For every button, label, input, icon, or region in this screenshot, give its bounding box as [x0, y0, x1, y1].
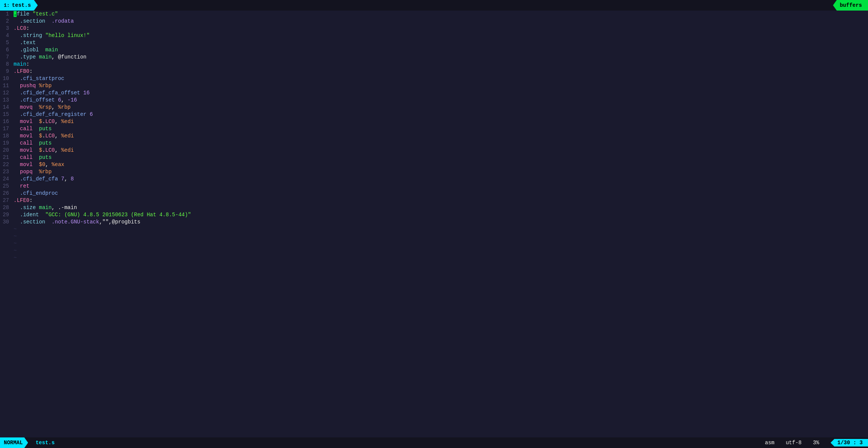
table-row: 14 movq %rsp, %rbp: [0, 104, 868, 111]
tilde-line: ~: [0, 233, 868, 240]
percent-label: 3%: [813, 440, 819, 446]
table-row: 28 .size main, .-main: [0, 204, 868, 211]
active-tab[interactable]: 1: test.s: [0, 0, 38, 11]
code-editor: 1 .file "test.c" 2 .section .rodata 3 .L…: [0, 11, 868, 437]
table-row: 20 movl $.LC0, %edi: [0, 147, 868, 154]
table-row: 15 .cfi_def_cfa_register 6: [0, 111, 868, 118]
table-row: 21 call puts: [0, 154, 868, 161]
mode-label: NORMAL: [4, 440, 23, 446]
table-row: 12 .cfi_def_cfa_offset 16: [0, 89, 868, 97]
table-row: 16 movl $.LC0, %edi: [0, 118, 868, 125]
table-row: 25 ret: [0, 183, 868, 190]
table-row: 27 .LFE0:: [0, 197, 868, 204]
table-row: 3 .LC0:: [0, 25, 868, 32]
table-row: 5 .text: [0, 39, 868, 46]
table-row: 19 call puts: [0, 140, 868, 147]
table-row: 10 .cfi_startproc: [0, 75, 868, 82]
status-right: asm utf-8 3% 1/30 : 3: [765, 439, 868, 446]
table-row: 29 .ident "GCC: (GNU) 4.8.5 20150623 (Re…: [0, 211, 868, 219]
filetype-label: asm: [765, 440, 774, 446]
table-row: 23 popq %rbp: [0, 168, 868, 176]
table-row: 8 main:: [0, 61, 868, 68]
encoding-label: utf-8: [786, 440, 802, 446]
table-row: 4 .string "hello linux!": [0, 32, 868, 39]
tab-bar: 1: test.s buffers: [0, 0, 868, 11]
table-row: 24 .cfi_def_cfa 7, 8: [0, 176, 868, 183]
table-row: 22 movl $0, %eax: [0, 161, 868, 168]
table-row: 6 .globl main: [0, 46, 868, 54]
table-row: 2 .section .rodata: [0, 18, 868, 25]
table-row: 17 call puts: [0, 125, 868, 132]
tab-line-num: 1:: [4, 3, 10, 8]
status-bar: NORMAL test.s asm utf-8 3% 1/30 : 3: [0, 437, 868, 448]
table-row: 18 movl $.LC0, %edi: [0, 132, 868, 140]
table-row: 26 .cfi_endproc: [0, 190, 868, 197]
position-badge: 1/30 : 3: [831, 439, 868, 446]
tab-filename: test.s: [12, 2, 31, 8]
tilde-line: ~: [0, 247, 868, 254]
table-row: 13 .cfi_offset 6, -16: [0, 97, 868, 104]
table-row: 30 .section .note.GNU-stack,"",@progbits: [0, 219, 868, 226]
position-label: 1/30 : 3: [837, 440, 863, 446]
table-row: 1 .file "test.c": [0, 11, 868, 18]
tilde-line: ~: [0, 226, 868, 233]
buffers-button[interactable]: buffers: [833, 0, 868, 11]
table-row: 7 .type main, @function: [0, 54, 868, 61]
tilde-line: ~: [0, 240, 868, 247]
status-filename: test.s: [35, 440, 54, 446]
mode-badge: NORMAL: [0, 437, 28, 448]
table-row: 9 .LFB0:: [0, 68, 868, 75]
tilde-line: ~: [0, 254, 868, 262]
table-row: 11 pushq %rbp: [0, 82, 868, 89]
